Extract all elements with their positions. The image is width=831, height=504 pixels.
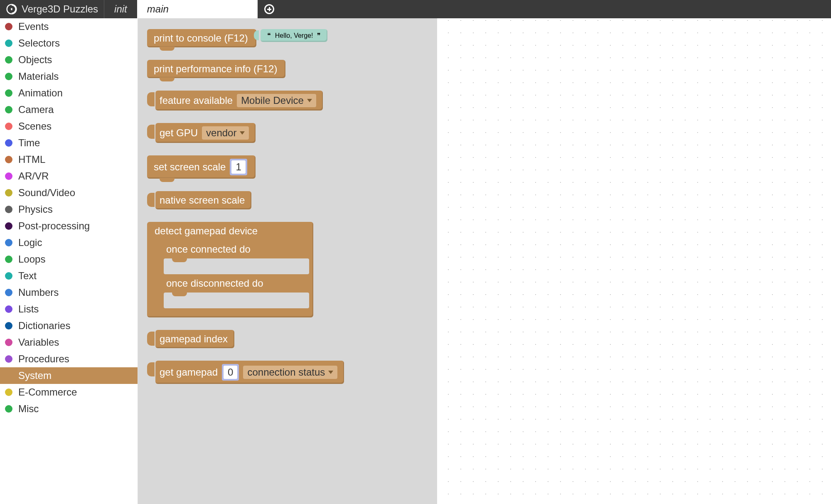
block-get-gamepad[interactable]: get gamepad 0 connection status [147, 361, 428, 384]
sidebar-item-events[interactable]: Events [0, 18, 138, 35]
block-gamepad-index[interactable]: gamepad index [147, 330, 428, 348]
block-native-screen-scale[interactable]: native screen scale [147, 191, 428, 209]
category-sidebar[interactable]: EventsSelectorsObjectsMaterialsAnimation… [0, 18, 138, 504]
tab-main[interactable]: main [137, 0, 258, 18]
category-dot-icon [5, 272, 12, 280]
block-print-performance-info[interactable]: print performance info (F12) [147, 60, 428, 78]
sidebar-item-html[interactable]: HTML [0, 151, 138, 168]
category-dot-icon [5, 222, 12, 230]
sidebar-item-misc[interactable]: Misc [0, 401, 138, 417]
block-label: get gamepad [160, 366, 218, 378]
output-plug [147, 330, 155, 347]
workspace-canvas[interactable] [437, 18, 831, 504]
sidebar-item-sound-video[interactable]: Sound/Video [0, 184, 138, 201]
block-get-gpu[interactable]: get GPU vendor [147, 123, 428, 143]
block-set-screen-scale[interactable]: set screen scale 1 [147, 155, 428, 179]
dropdown-value: connection status [247, 366, 325, 378]
gpu-prop-dropdown[interactable]: vendor [202, 126, 249, 140]
output-plug [147, 123, 155, 140]
sidebar-item-objects[interactable]: Objects [0, 52, 138, 68]
tab-main-label: main [147, 3, 169, 15]
category-dot-icon [5, 339, 12, 346]
tab-init[interactable]: init [104, 0, 137, 18]
sidebar-item-animation[interactable]: Animation [0, 85, 138, 101]
sidebar-item-camera[interactable]: Camera [0, 101, 138, 118]
sidebar-item-time[interactable]: Time [0, 135, 138, 151]
category-dot-icon [5, 156, 12, 163]
once-disconnected-slot[interactable] [164, 293, 309, 308]
output-plug [147, 191, 155, 209]
sidebar-item-selectors[interactable]: Selectors [0, 35, 138, 52]
sidebar-item-label: Animation [18, 87, 63, 99]
dropdown-value: vendor [206, 127, 236, 139]
number-value-field[interactable]: 1 [231, 160, 245, 174]
sidebar-item-label: Dictionaries [18, 320, 70, 332]
sidebar-item-materials[interactable]: Materials [0, 68, 138, 85]
once-disconnected-label: once disconnected do [166, 278, 263, 289]
category-dot-icon [5, 355, 12, 363]
block-label: feature available [160, 95, 233, 106]
sidebar-item-label: Events [18, 21, 49, 32]
sidebar-item-post-processing[interactable]: Post-processing [0, 218, 138, 234]
block-feature-available[interactable]: feature available Mobile Device [147, 91, 428, 111]
output-plug [147, 91, 155, 108]
category-dot-icon [5, 89, 12, 97]
block-detect-gamepad[interactable]: detect gamepad device once connected do … [147, 222, 428, 317]
category-dot-icon [5, 56, 12, 64]
sidebar-item-label: Materials [18, 71, 59, 82]
chevron-down-icon [240, 131, 245, 135]
sidebar-item-label: System [18, 370, 52, 381]
string-value-field[interactable]: Hello, Verge! [275, 32, 313, 39]
category-dot-icon [5, 289, 12, 296]
sidebar-item-logic[interactable]: Logic [0, 234, 138, 251]
sidebar-item-numbers[interactable]: Numbers [0, 284, 138, 301]
sidebar-item-ar-vr[interactable]: AR/VR [0, 168, 138, 184]
sidebar-item-scenes[interactable]: Scenes [0, 118, 138, 135]
sidebar-item-procedures[interactable]: Procedures [0, 351, 138, 367]
add-tab-button[interactable] [258, 0, 281, 18]
block-connector [256, 29, 262, 42]
block-label: native screen scale [160, 194, 245, 206]
gamepad-index-input[interactable]: 0 [222, 364, 239, 381]
feature-dropdown[interactable]: Mobile Device [237, 94, 316, 107]
gamepad-prop-dropdown[interactable]: connection status [243, 366, 337, 379]
sidebar-item-text[interactable]: Text [0, 268, 138, 284]
block-label: detect gamepad device [155, 225, 258, 237]
app-brand: Verge3D Puzzles [0, 0, 104, 18]
category-dot-icon [5, 73, 12, 80]
category-dot-icon [5, 172, 12, 180]
close-quote-icon: ❞ [317, 32, 321, 39]
category-dot-icon [5, 206, 12, 213]
sidebar-item-dictionaries[interactable]: Dictionaries [0, 317, 138, 334]
number-value-field[interactable]: 0 [224, 366, 237, 379]
chevron-down-icon [307, 99, 312, 102]
block-label: get GPU [160, 127, 198, 139]
sidebar-item-label: Sound/Video [18, 187, 75, 199]
block-palette[interactable]: print to console (F12) ❝ Hello, Verge! ❞… [138, 18, 437, 504]
once-connected-slot[interactable] [164, 258, 309, 274]
sidebar-item-label: Variables [18, 337, 59, 348]
category-dot-icon [5, 305, 12, 313]
category-dot-icon [5, 39, 12, 47]
sidebar-item-label: Misc [18, 403, 39, 415]
open-quote-icon: ❝ [267, 32, 271, 39]
category-dot-icon [5, 139, 12, 147]
sidebar-item-loops[interactable]: Loops [0, 251, 138, 268]
sidebar-item-label: AR/VR [18, 170, 49, 182]
sidebar-item-label: Procedures [18, 353, 69, 365]
dropdown-value: Mobile Device [241, 95, 304, 106]
block-print-to-console[interactable]: print to console (F12) ❝ Hello, Verge! ❞ [147, 29, 428, 47]
category-dot-icon [5, 322, 12, 329]
block-label: set screen scale [154, 161, 226, 173]
sidebar-item-physics[interactable]: Physics [0, 201, 138, 218]
sidebar-item-variables[interactable]: Variables [0, 334, 138, 351]
string-literal-block[interactable]: ❝ Hello, Verge! ❞ [261, 29, 328, 42]
sidebar-item-label: Text [18, 270, 37, 282]
category-dot-icon [5, 372, 12, 379]
sidebar-item-lists[interactable]: Lists [0, 301, 138, 317]
sidebar-item-system[interactable]: System [0, 367, 138, 384]
sidebar-item-e-commerce[interactable]: E-Commerce [0, 384, 138, 401]
verge3d-logo-icon [6, 3, 17, 15]
number-input-block[interactable]: 1 [230, 159, 247, 175]
sidebar-item-label: Post-processing [18, 220, 90, 232]
